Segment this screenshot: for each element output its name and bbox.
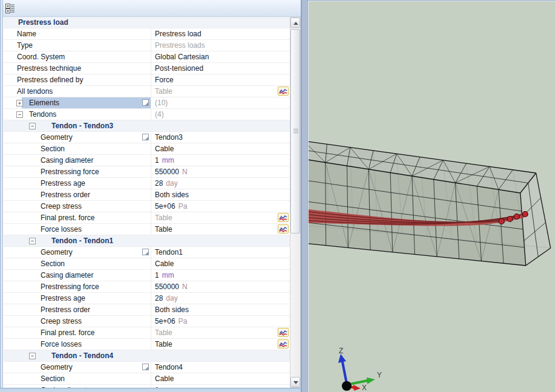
property-value-cell[interactable]: Cable	[151, 258, 290, 269]
property-value-cell[interactable]: (10)	[151, 97, 290, 108]
property-label-cell: Prestress age	[4, 293, 151, 304]
property-value: Cable	[155, 143, 174, 154]
property-row[interactable]: Coord. SystemGlobal Cartesian	[4, 51, 290, 63]
collapse-icon[interactable]: −	[29, 123, 36, 129]
property-value-cell[interactable]: 1mm	[151, 270, 290, 281]
property-value-cell[interactable]: Tendon4	[151, 362, 290, 373]
property-row[interactable]: Force lossesTable	[4, 339, 290, 350]
collapse-icon[interactable]: −	[29, 238, 36, 244]
property-row[interactable]: SectionCable	[4, 143, 290, 155]
collapse-icon[interactable]: −	[29, 353, 36, 359]
property-row[interactable]: Casing diameter1mm	[4, 155, 290, 166]
property-value-cell[interactable]: Table	[151, 212, 290, 223]
property-row[interactable]: Creep stress5e+06Pa	[4, 201, 290, 212]
property-label-cell: Prestress order	[4, 304, 151, 315]
section-header-row[interactable]: −Tendon - Tendon4	[4, 350, 290, 362]
property-value-cell[interactable]: Post-tensioned	[151, 63, 290, 74]
property-row[interactable]: Prestressing force550000N	[4, 166, 290, 178]
property-label-cell: Section	[4, 258, 151, 269]
table-chart-button[interactable]	[278, 328, 289, 337]
property-value-cell[interactable]: Both sides	[151, 189, 290, 200]
coordinate-triad: Z Y X	[338, 347, 382, 392]
property-value-cell[interactable]: Tendon1	[151, 247, 290, 258]
property-value: 5e+06	[155, 201, 175, 212]
note-icon[interactable]	[142, 364, 149, 370]
property-row[interactable]: SectionCable	[4, 258, 290, 270]
property-row[interactable]: GeometryTendon3	[4, 132, 290, 143]
grip-icon	[293, 129, 298, 133]
property-value: Both sides	[155, 304, 189, 315]
beam-model[interactable]	[309, 141, 551, 266]
property-row[interactable]: NamePrestress load	[4, 28, 290, 40]
property-value-cell[interactable]: 5e+06Pa	[151, 201, 290, 212]
property-value-cell[interactable]: 1mm	[151, 155, 290, 166]
property-row[interactable]: SectionCable	[4, 373, 290, 385]
table-chart-button[interactable]	[278, 213, 289, 222]
section-header-row[interactable]: −Tendon - Tendon1	[4, 235, 290, 247]
property-value-cell[interactable]: Force	[151, 74, 290, 85]
arrow-up-icon	[293, 22, 298, 25]
property-row[interactable]: Force lossesTable	[4, 224, 290, 235]
section-header-row[interactable]: −Tendon - Tendon3	[4, 120, 290, 132]
property-row[interactable]: Prestress defined byForce	[4, 74, 290, 86]
note-icon[interactable]	[142, 134, 149, 140]
property-value-cell[interactable]: Table	[151, 327, 290, 338]
property-value-cell[interactable]: Global Cartesian	[151, 51, 290, 62]
property-row[interactable]: Prestress age28day	[4, 178, 290, 189]
property-value-cell[interactable]: Both sides	[151, 304, 290, 315]
property-label-cell: Geometry	[4, 362, 151, 373]
expand-icon[interactable]: +	[16, 100, 23, 106]
property-value-cell[interactable]: 5e+06Pa	[151, 316, 290, 327]
property-row[interactable]: Prestress orderBoth sides	[4, 304, 290, 316]
table-chart-button[interactable]	[278, 224, 289, 234]
scrollbar-down-button[interactable]	[290, 377, 300, 387]
property-row[interactable]: Prestress age28day	[4, 293, 290, 304]
property-value-cell[interactable]: Cable	[151, 143, 290, 154]
property-row[interactable]: Final prest. forceTable	[4, 212, 290, 224]
property-row[interactable]: Prestress techniquePost-tensioned	[4, 63, 290, 74]
property-value-cell[interactable]: Table	[151, 86, 290, 97]
property-row[interactable]: −Tendons(4)	[4, 109, 290, 120]
section-header-row[interactable]: Prestress load	[4, 17, 290, 28]
property-value-cell[interactable]: Prestress loads	[151, 40, 290, 51]
z-axis-arrow	[338, 354, 346, 363]
property-value: (4)	[155, 109, 164, 120]
property-row[interactable]: TypePrestress loads	[4, 40, 290, 51]
property-value: 1	[155, 155, 159, 166]
property-value-cell[interactable]: 28day	[151, 293, 290, 304]
property-row[interactable]: GeometryTendon1	[4, 247, 290, 258]
property-row[interactable]: Casing diameter1mm	[4, 270, 290, 281]
property-row[interactable]: GeometryTendon4	[4, 362, 290, 373]
property-value-cell[interactable]: 28day	[151, 178, 290, 189]
property-value-cell[interactable]: Table	[151, 339, 290, 350]
property-row[interactable]: Prestress orderBoth sides	[4, 189, 290, 201]
property-value-cell[interactable]: 550000N	[151, 281, 290, 292]
property-value: Pa	[178, 201, 188, 212]
note-icon[interactable]	[142, 99, 149, 106]
section-title: Tendon - Tendon3	[51, 120, 113, 131]
property-row[interactable]: Prestressing force550000N	[4, 281, 290, 293]
property-value-cell[interactable]: Prestress load	[151, 28, 290, 39]
note-icon[interactable]	[142, 249, 149, 255]
property-row[interactable]: All tendonsTable	[4, 86, 290, 97]
3d-viewport[interactable]: Z Y X	[307, 0, 556, 392]
property-label: Geometry	[41, 248, 73, 256]
property-row[interactable]: +Elements(10)	[4, 97, 290, 109]
scrollbar-up-button[interactable]	[290, 18, 300, 28]
vertical-scrollbar[interactable]	[290, 17, 301, 388]
property-value-cell[interactable]: Cable	[151, 373, 290, 384]
scrollbar-thumb[interactable]	[290, 29, 300, 234]
table-chart-button[interactable]	[278, 339, 289, 348]
tree-view-icon[interactable]	[5, 3, 16, 14]
property-value-cell[interactable]: Tendon3	[151, 132, 290, 143]
property-row[interactable]: Final prest. forceTable	[4, 327, 290, 339]
collapse-icon[interactable]: −	[16, 111, 23, 118]
property-value-cell[interactable]: (4)	[151, 109, 290, 120]
table-chart-button[interactable]	[278, 87, 289, 96]
property-label-cell: Section	[4, 143, 151, 154]
property-label: Prestress order	[41, 305, 90, 314]
property-value-cell[interactable]: Table	[151, 224, 290, 235]
property-value-cell[interactable]: 550000N	[151, 166, 290, 177]
property-label: Coord. System	[17, 53, 65, 61]
property-row[interactable]: Creep stress5e+06Pa	[4, 316, 290, 327]
